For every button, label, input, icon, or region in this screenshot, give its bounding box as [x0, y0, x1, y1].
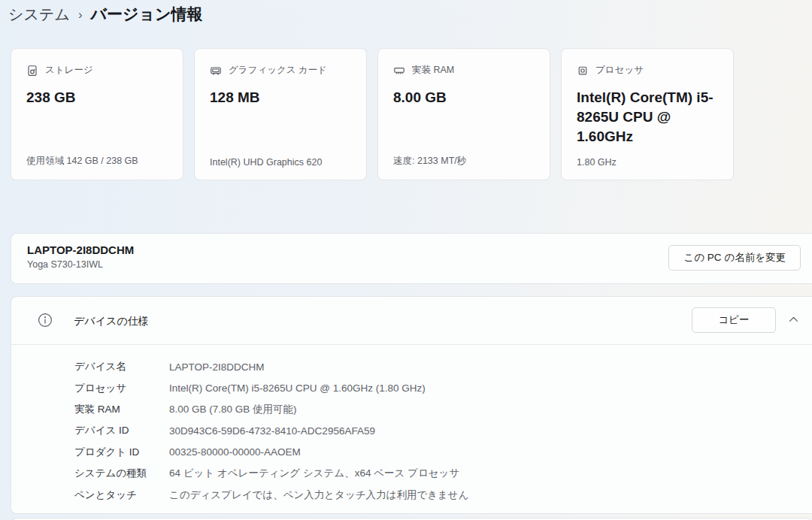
spec-value: 8.00 GB (7.80 GB 使用可能) [169, 403, 297, 416]
breadcrumb-system[interactable]: システム [8, 5, 70, 25]
storage-card-label: ストレージ [45, 64, 93, 77]
graphics-card: グラフィックス カード 128 MB Intel(R) UHD Graphics… [194, 48, 367, 180]
graphics-card-label: グラフィックス カード [229, 64, 327, 77]
device-specifications-header[interactable]: デバイスの仕様 コピー [11, 297, 812, 345]
processor-icon [577, 65, 589, 77]
spec-row-device-name: デバイス名 LAPTOP-2I8DDCHM [74, 356, 812, 377]
storage-card: ストレージ 238 GB 使用領域 142 GB / 238 GB [11, 48, 183, 180]
storage-card-detail: 使用領域 142 GB / 238 GB [26, 155, 138, 168]
ram-card: 実装 RAM 8.00 GB 速度: 2133 MT/秒 [377, 48, 550, 180]
spec-row-processor: プロセッサ Intel(R) Core(TM) i5-8265U CPU @ 1… [74, 377, 812, 398]
copy-button[interactable]: コピー [692, 307, 776, 333]
ram-card-header: 実装 RAM [393, 64, 535, 77]
hardware-summary-cards: ストレージ 238 GB 使用領域 142 GB / 238 GB グラフィック… [11, 48, 734, 180]
spec-label: プロダクト ID [74, 446, 169, 459]
device-specifications-title: デバイスの仕様 [74, 315, 149, 328]
graphics-card-header: グラフィックス カード [210, 64, 351, 77]
processor-card-detail: 1.80 GHz [577, 157, 617, 168]
ram-card-detail: 速度: 2133 MT/秒 [393, 155, 466, 168]
breadcrumb-separator-icon: › [78, 6, 83, 23]
device-name-block: LAPTOP-2I8DDCHM Yoga S730-13IWL [27, 243, 134, 270]
storage-card-header: ストレージ [26, 64, 168, 77]
ram-icon [393, 65, 405, 77]
spec-label: システムの種類 [74, 467, 169, 480]
processor-card-label: プロセッサ [595, 64, 644, 77]
processor-card: プロセッサ Intel(R) Core(TM) i5-8265U CPU @ 1… [561, 48, 734, 180]
device-specifications-panel: デバイスの仕様 コピー デバイス名 LAPTOP-2I8DDCHM プロセッサ … [11, 296, 812, 514]
spec-row-product-id: プロダクト ID 00325-80000-00000-AAOEM [74, 442, 812, 463]
graphics-card-value: 128 MB [210, 88, 349, 107]
chevron-up-icon[interactable] [789, 316, 798, 322]
page-title: バージョン情報 [91, 4, 203, 25]
spec-value: 64 ビット オペレーティング システム、x64 ベース プロセッサ [169, 467, 459, 480]
spec-value: 00325-80000-00000-AAOEM [169, 446, 301, 458]
spec-row-system-type: システムの種類 64 ビット オペレーティング システム、x64 ベース プロセ… [74, 463, 812, 484]
ram-card-label: 実装 RAM [412, 64, 454, 77]
info-icon [38, 313, 53, 328]
device-name: LAPTOP-2I8DDCHM [27, 243, 134, 256]
spec-label: デバイス名 [74, 360, 169, 373]
storage-card-value: 238 GB [26, 88, 165, 107]
graphics-card-icon [210, 65, 222, 77]
processor-card-header: プロセッサ [577, 64, 718, 77]
spec-value: Intel(R) Core(TM) i5-8265U CPU @ 1.60GHz… [169, 382, 426, 394]
device-name-panel: LAPTOP-2I8DDCHM Yoga S730-13IWL この PC の名… [11, 233, 812, 284]
spec-label: ペンとタッチ [74, 488, 169, 502]
spec-value: このディスプレイでは、ペン入力とタッチ入力は利用できません [169, 488, 468, 502]
spec-row-ram: 実装 RAM 8.00 GB (7.80 GB 使用可能) [74, 399, 812, 420]
rename-pc-button[interactable]: この PC の名前を変更 [668, 245, 801, 271]
breadcrumb: システム › バージョン情報 [8, 4, 203, 25]
device-specifications-table: デバイス名 LAPTOP-2I8DDCHM プロセッサ Intel(R) Cor… [11, 345, 812, 506]
graphics-card-detail: Intel(R) UHD Graphics 620 [210, 157, 322, 168]
settings-about-page: システム › バージョン情報 ストレージ 238 GB 使用領域 142 GB … [0, 0, 812, 520]
spec-row-device-id: デバイス ID 30D943C6-59D6-4732-8410-ADC2956A… [74, 420, 812, 441]
spec-label: プロセッサ [74, 382, 169, 395]
ram-card-value: 8.00 GB [393, 88, 532, 107]
spec-label: デバイス ID [74, 424, 169, 437]
storage-icon [26, 65, 38, 77]
spec-value: 30D943C6-59D6-4732-8410-ADC2956AFA59 [169, 425, 375, 437]
spec-value: LAPTOP-2I8DDCHM [169, 361, 265, 373]
spec-label: 実装 RAM [74, 403, 169, 416]
spec-row-pen-touch: ペンとタッチ このディスプレイでは、ペン入力とタッチ入力は利用できません [74, 484, 812, 505]
device-model: Yoga S730-13IWL [27, 259, 134, 270]
processor-card-value: Intel(R) Core(TM) i5-8265U CPU @ 1.60GHz [577, 88, 716, 147]
